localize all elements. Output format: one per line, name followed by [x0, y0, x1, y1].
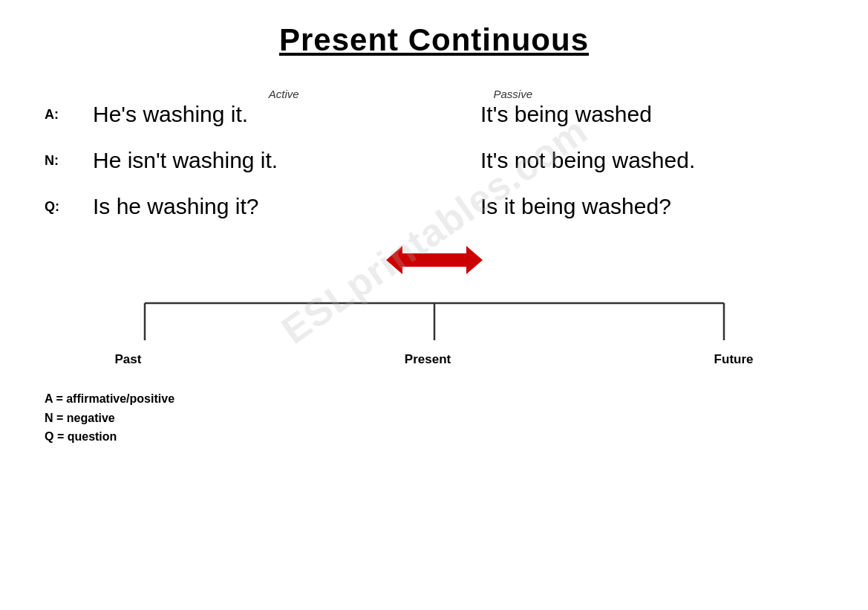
- timeline-past: Past: [115, 352, 142, 367]
- svg-marker-2: [466, 246, 483, 274]
- legend-line-a: A = affirmative/positive: [45, 389, 823, 409]
- timeline-labels: Past Present Future: [115, 348, 754, 367]
- row-active-n: He isn't washing it.: [85, 148, 436, 173]
- svg-marker-1: [386, 246, 402, 274]
- row-negative: N: He isn't washing it. It's not being w…: [45, 148, 823, 173]
- arrow-container: [45, 240, 823, 281]
- row-affirmative: A: He's washing it. It's being washed: [45, 102, 823, 127]
- page-title: Present Continuous: [45, 22, 823, 58]
- row-passive-q: Is it being washed?: [436, 194, 823, 219]
- legend-line-n: N = negative: [45, 409, 823, 428]
- active-column-label: Active: [89, 88, 449, 100]
- legend-line-q: Q = question: [45, 427, 823, 447]
- row-active-q: Is he washing it?: [85, 194, 436, 219]
- column-labels: Active Passive: [45, 88, 823, 100]
- timeline-future: Future: [714, 352, 754, 367]
- row-label-a: A:: [45, 107, 85, 123]
- page: Present Continuous Active Passive A: He'…: [0, 0, 868, 610]
- passive-column-label: Passive: [449, 88, 824, 100]
- grammar-section: A: He's washing it. It's being washed N:…: [45, 102, 823, 219]
- row-active-a: He's washing it.: [85, 102, 436, 127]
- row-passive-a: It's being washed: [436, 102, 823, 127]
- timeline-bracket: [115, 288, 754, 348]
- row-passive-n: It's not being washed.: [436, 148, 823, 173]
- row-question: Q: Is he washing it? Is it being washed?: [45, 194, 823, 219]
- svg-rect-0: [399, 253, 469, 267]
- legend-section: A = affirmative/positive N = negative Q …: [45, 389, 823, 447]
- row-label-q: Q:: [45, 199, 85, 215]
- double-arrow-icon: [386, 240, 483, 281]
- row-label-n: N:: [45, 153, 85, 169]
- timeline-container: Past Present Future: [115, 288, 754, 367]
- timeline-present: Present: [405, 352, 451, 367]
